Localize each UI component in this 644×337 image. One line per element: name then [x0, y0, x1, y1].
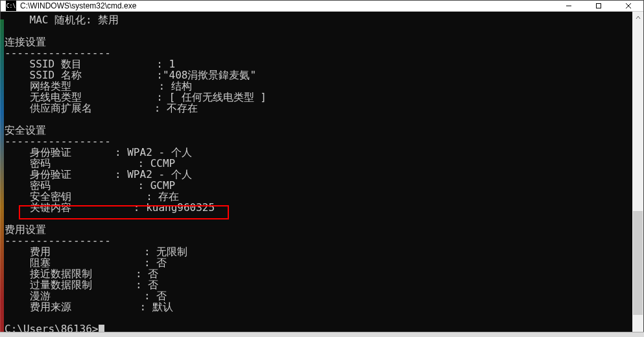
cmd-window: C:\ C:\WINDOWS\system32\cmd.exe MAC 随机化:… [0, 0, 644, 337]
terminal-area: MAC 随机化: 禁用 连接设置 ----------------- SSID … [1, 12, 643, 337]
close-button[interactable] [614, 1, 643, 11]
minimize-button[interactable] [554, 1, 584, 11]
cmd-icon: C:\ [6, 1, 16, 11]
titlebar-buttons [554, 1, 643, 11]
titlebar[interactable]: C:\ C:\WINDOWS\system32\cmd.exe [1, 1, 643, 12]
close-icon [625, 3, 632, 9]
window-title: C:\WINDOWS\system32\cmd.exe [20, 1, 554, 10]
vertical-scrollbar[interactable] [632, 12, 643, 337]
svg-rect-1 [597, 4, 601, 8]
line-vendor-ext: 供应商扩展名 : 不存在 [5, 102, 198, 114]
scrollbar-thumb[interactable] [633, 211, 643, 315]
line-cost-source: 费用来源 : 默认 [5, 301, 173, 313]
line-key-content: 关键内容 : kuang960325 [5, 201, 215, 214]
line-mac-random: MAC 随机化: 禁用 [5, 14, 119, 26]
taskbar-edge [0, 332, 644, 337]
maximize-button[interactable] [584, 1, 614, 11]
scroll-up-button[interactable] [632, 12, 643, 23]
chevron-up-icon [636, 15, 641, 20]
minimize-icon [566, 3, 572, 9]
maximize-icon [595, 3, 602, 9]
scrollbar-track[interactable] [632, 23, 643, 337]
terminal-output[interactable]: MAC 随机化: 禁用 连接设置 ----------------- SSID … [1, 12, 632, 337]
